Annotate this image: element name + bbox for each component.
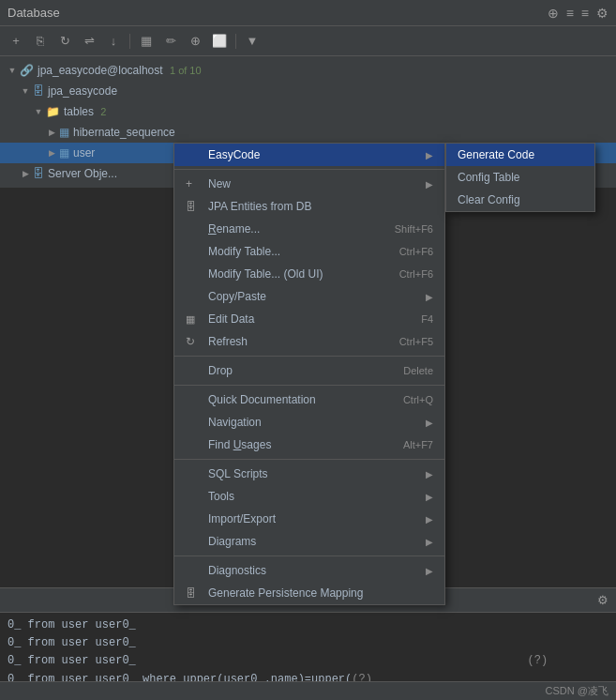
tree-database-item[interactable]: ▼ 🗄 jpa_easycode [0, 81, 616, 101]
log-bottom-bar: CSDN @凌飞 [0, 681, 616, 700]
refresh-icon: ↻ [186, 335, 203, 348]
sync-button[interactable]: ⇌ [79, 31, 99, 52]
quick-doc-shortcut: Ctrl+Q [403, 394, 433, 405]
menu-item-refresh[interactable]: ↻ Refresh Ctrl+F5 [174, 330, 444, 353]
menu-item-copy-paste[interactable]: Copy/Paste ▶ [174, 285, 444, 308]
easycode-submenu: Generate Code Config Table Clear Config [445, 143, 595, 212]
tree-expand-arrow: ▶ [47, 148, 56, 158]
new-button[interactable]: + [6, 31, 26, 52]
menu-separator-5 [174, 555, 444, 556]
submenu-arrow: ▶ [426, 292, 433, 302]
menu-separator [174, 169, 444, 170]
tree-hibernate-item[interactable]: ▶ ▦ hibernate_sequence [0, 122, 616, 143]
submenu-arrow: ▶ [426, 514, 433, 525]
edit-button[interactable]: ✏ [160, 31, 181, 52]
quick-doc-label: Quick Documentation [208, 393, 384, 406]
generate-code-label: Generate Code [458, 148, 534, 161]
tree-expand-arrow: ▶ [21, 169, 30, 178]
log-settings-icon[interactable]: ⚙ [597, 593, 608, 607]
edit-data-label: Edit Data [208, 312, 402, 326]
navigation-label: Navigation [208, 416, 418, 429]
down-button[interactable]: ↓ [103, 31, 124, 52]
submenu-arrow: ▶ [426, 179, 433, 190]
submenu-item-generate-code[interactable]: Generate Code [446, 144, 594, 166]
new-icon: + [186, 177, 203, 190]
settings-icon[interactable]: ⚙ [596, 6, 608, 21]
submenu-arrow: ▶ [426, 566, 433, 576]
config-table-label: Config Table [458, 171, 520, 184]
hibernate-sequence-label: hibernate_sequence [73, 126, 175, 139]
context-menu: EasyCode ▶ + New ▶ 🗄 JPA Entities from D… [173, 143, 445, 605]
log-line-2: 0_ from user user0_ [8, 634, 608, 652]
drop-shortcut: Delete [403, 365, 433, 376]
gen-persistence-icon: 🗄 [186, 587, 203, 599]
menu-item-jpa-entities[interactable]: 🗄 JPA Entities from DB [174, 195, 444, 218]
user-table-label: user [73, 146, 95, 160]
modify-shortcut: Ctrl+F6 [399, 246, 433, 257]
drop-label: Drop [208, 364, 384, 377]
sql-scripts-label: SQL Scripts [208, 467, 418, 480]
submenu-item-clear-config[interactable]: Clear Config [446, 189, 594, 211]
rename-label: Rename... [208, 222, 376, 236]
menu-item-find-usages[interactable]: Find Usages Alt+F7 [174, 434, 444, 456]
table-icon: ▦ [59, 146, 69, 160]
tree-tables-item[interactable]: ▼ 📁 tables 2 [0, 101, 616, 122]
log-suffix-3: (?) [528, 652, 548, 670]
menu-item-diagnostics[interactable]: Diagnostics ▶ [174, 559, 444, 582]
tables-folder-icon: 📁 [46, 105, 60, 118]
diagnostics-label: Diagnostics [208, 564, 418, 577]
copy-paste-label: Copy/Paste [208, 290, 418, 303]
tree-connection-item[interactable]: ▼ 🔗 jpa_easycode@localhost 1 of 10 [0, 60, 616, 81]
log-line-3: 0_ from user user0_ (?) [8, 652, 608, 670]
modify-table-old-label: Modify Table... (Old UI) [208, 267, 381, 281]
tables-label: tables 2 [64, 105, 106, 118]
menu-item-modify-table-old[interactable]: Modify Table... (Old UI) Ctrl+F6 [174, 263, 444, 285]
menu-item-diagrams[interactable]: Diagrams ▶ [174, 530, 444, 553]
refresh-button[interactable]: ↻ [54, 31, 75, 52]
menu-item-gen-persistence[interactable]: 🗄 Generate Persistence Mapping [174, 582, 444, 604]
log-text-1: 0_ from user user0_ [8, 616, 136, 634]
menu-item-easycode[interactable]: EasyCode ▶ [174, 144, 444, 166]
menu-item-drop[interactable]: Drop Delete [174, 359, 444, 382]
edit-data-shortcut: F4 [421, 313, 433, 325]
menu-icon[interactable]: ≡ [581, 6, 589, 21]
log-bottom-text: CSDN @凌飞 [546, 684, 608, 698]
menu-item-navigation[interactable]: Navigation ▶ [174, 411, 444, 434]
menu-item-edit-data[interactable]: ▦ Edit Data F4 [174, 308, 444, 330]
easycode-label: EasyCode [208, 148, 418, 161]
menu-item-new[interactable]: + New ▶ [174, 173, 444, 195]
menu-item-import-export[interactable]: Import/Export ▶ [174, 508, 444, 530]
table-icon: ▦ [59, 126, 69, 139]
new-label: New [208, 177, 418, 190]
refresh-label: Refresh [208, 335, 381, 348]
connection-label: jpa_easycode@localhost 1 of 10 [38, 64, 202, 77]
top-bar-icons: ⊕ ≡ ≡ ⚙ [548, 6, 608, 21]
edit-data-icon: ▦ [186, 313, 203, 326]
menu-item-rename[interactable]: Rename... Shift+F6 [174, 218, 444, 240]
table-button[interactable]: ▦ [136, 31, 157, 52]
filter-button[interactable]: ▼ [242, 31, 263, 52]
submenu-item-config-table[interactable]: Config Table [446, 166, 594, 189]
layout-icon[interactable]: ≡ [566, 6, 574, 21]
menu-item-modify-table[interactable]: Modify Table... Ctrl+F6 [174, 240, 444, 263]
schema-button[interactable]: ⬜ [209, 31, 230, 52]
menu-item-tools[interactable]: Tools ▶ [174, 485, 444, 508]
copy-button[interactable]: ⎘ [30, 31, 51, 52]
server-objects-label: Server Obje... [48, 167, 117, 180]
submenu-arrow: ▶ [426, 537, 433, 547]
clear-config-label: Clear Config [458, 193, 520, 206]
tree-expand-arrow: ▼ [34, 107, 43, 116]
add-icon-button[interactable]: ⊕ [185, 31, 205, 52]
menu-separator-2 [174, 356, 444, 357]
menu-item-quick-doc[interactable]: Quick Documentation Ctrl+Q [174, 388, 444, 411]
menu-item-sql-scripts[interactable]: SQL Scripts ▶ [174, 463, 444, 485]
jpa-icon: 🗄 [186, 201, 203, 212]
jpa-entities-label: JPA Entities from DB [208, 200, 433, 213]
diagrams-label: Diagrams [208, 535, 418, 548]
find-usages-shortcut: Alt+F7 [403, 439, 433, 450]
add-datasource-icon[interactable]: ⊕ [548, 6, 559, 21]
tree-expand-arrow: ▼ [21, 86, 30, 96]
database-label: jpa_easycode [48, 84, 117, 98]
modify-table-label: Modify Table... [208, 245, 381, 258]
server-objects-icon: 🗄 [33, 167, 44, 180]
